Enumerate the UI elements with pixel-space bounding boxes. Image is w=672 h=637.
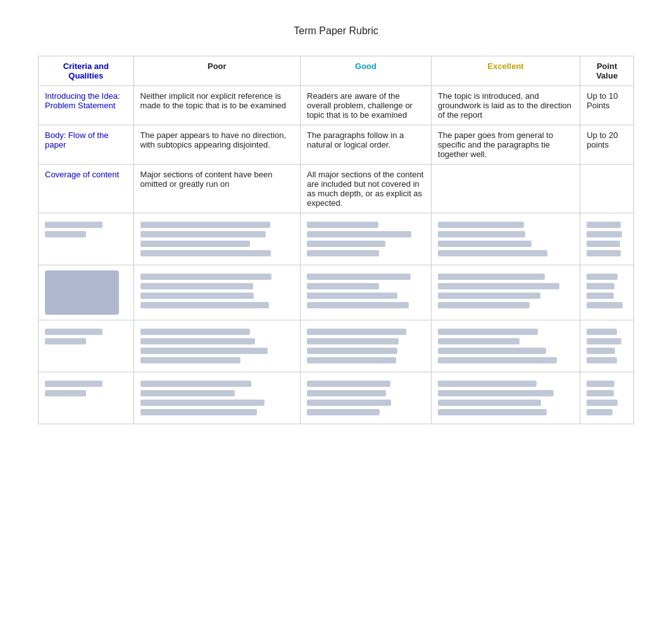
poor-cell-blurred	[134, 320, 300, 372]
points-cell-blurred	[580, 320, 634, 372]
table-body: Introducing the Idea: Problem StatementN…	[39, 86, 634, 424]
poor-cell-blurred	[134, 265, 300, 320]
poor-cell: Neither implicit nor explicit reference …	[134, 86, 300, 125]
table-row	[39, 372, 634, 424]
good-cell: The paragraphs follow in a natural or lo…	[301, 125, 432, 165]
excellent-cell: The paper goes from general to specific …	[432, 125, 580, 165]
header-criteria: Criteria and Qualities	[39, 56, 134, 86]
table-row	[39, 213, 634, 265]
criteria-cell-blurred	[39, 265, 134, 320]
good-cell-blurred	[301, 213, 432, 265]
criteria-cell: Introducing the Idea: Problem Statement	[39, 86, 134, 125]
good-cell: Readers are aware of the overall problem…	[301, 86, 432, 125]
criteria-cell: Body: Flow of the paper	[39, 125, 134, 165]
header-poor: Poor	[134, 56, 300, 86]
table-row	[39, 320, 634, 372]
header-excellent: Excellent	[432, 56, 580, 86]
table-row: Body: Flow of the paperThe paper appears…	[39, 125, 634, 165]
poor-cell: Major sections of content have been omit…	[134, 165, 300, 213]
excellent-cell-blurred	[432, 320, 580, 372]
points-cell: Up to 20 points	[580, 125, 634, 165]
points-cell-blurred	[580, 213, 634, 265]
criteria-cell: Coverage of content	[39, 165, 134, 213]
good-cell-blurred	[301, 320, 432, 372]
header-points: Point Value	[580, 56, 634, 86]
excellent-cell-blurred	[432, 265, 580, 320]
excellent-cell	[432, 165, 580, 213]
poor-cell-blurred	[134, 372, 300, 424]
points-cell: Up to 10 Points	[580, 86, 634, 125]
points-cell-blurred	[580, 265, 634, 320]
poor-cell: The paper appears to have no direction, …	[134, 125, 300, 165]
excellent-cell-blurred	[432, 372, 580, 424]
excellent-cell-blurred	[432, 213, 580, 265]
points-cell-blurred	[580, 372, 634, 424]
points-cell	[580, 165, 634, 213]
table-row: Introducing the Idea: Problem StatementN…	[39, 86, 634, 125]
page-wrapper: Term Paper Rubric Criteria and Qualities…	[0, 0, 672, 450]
criteria-cell-blurred	[39, 372, 134, 424]
page-title: Term Paper Rubric	[38, 25, 634, 37]
header-good: Good	[301, 56, 432, 86]
good-cell-blurred	[301, 265, 432, 320]
criteria-cell-blurred	[39, 320, 134, 372]
criteria-cell-blurred	[39, 213, 134, 265]
rubric-table: Criteria and Qualities Poor Good Excelle…	[38, 56, 634, 424]
table-row: Coverage of contentMajor sections of con…	[39, 165, 634, 213]
table-row	[39, 265, 634, 320]
good-cell: All major sections of the content are in…	[301, 165, 432, 213]
excellent-cell: The topic is introduced, and groundwork …	[432, 86, 580, 125]
good-cell-blurred	[301, 372, 432, 424]
table-header-row: Criteria and Qualities Poor Good Excelle…	[39, 56, 634, 86]
poor-cell-blurred	[134, 213, 300, 265]
